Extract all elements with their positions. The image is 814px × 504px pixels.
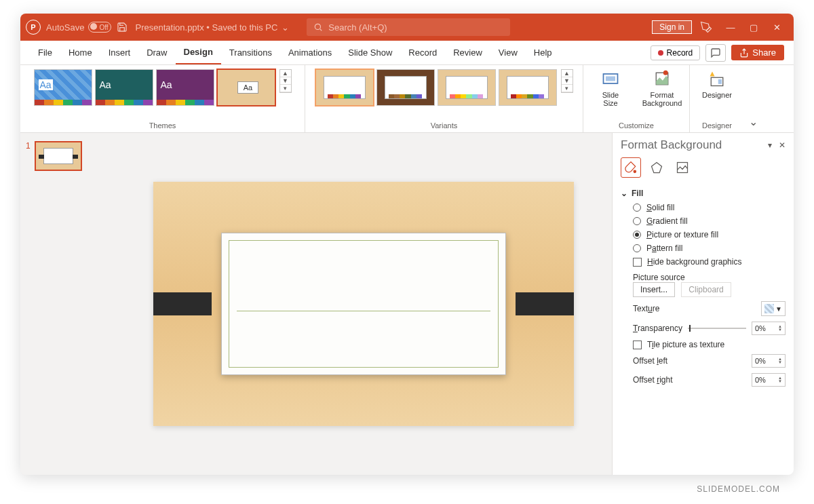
powerpoint-icon: P: [26, 20, 41, 35]
format-background-panel: Format Background ▾ ✕ ⌄Fill Solid fill G…: [612, 133, 794, 475]
variant-thumb-3[interactable]: [438, 69, 496, 106]
slide-canvas[interactable]: [115, 133, 612, 475]
radio-gradient-fill[interactable]: Gradient fill: [621, 214, 786, 228]
tab-insert[interactable]: Insert: [100, 41, 139, 64]
radio-solid-fill[interactable]: Solid fill: [621, 201, 786, 214]
transparency-label: Transparency: [633, 324, 682, 333]
format-background-icon: [653, 69, 672, 88]
fill-section-toggle[interactable]: ⌄Fill: [621, 186, 786, 201]
comments-button[interactable]: [705, 44, 726, 62]
panel-title: Format Background: [621, 138, 722, 152]
search-input[interactable]: Search (Alt+Q): [307, 18, 510, 36]
tab-view[interactable]: View: [490, 41, 526, 64]
ribbon-tabs: File Home Insert Draw Design Transitions…: [20, 41, 794, 65]
scroll-down-icon[interactable]: ▼: [562, 77, 573, 85]
chevron-down-icon: ⌄: [621, 189, 627, 198]
transparency-slider[interactable]: [688, 328, 746, 329]
designer-button[interactable]: Designer: [693, 69, 741, 99]
panel-close-button[interactable]: ✕: [779, 140, 786, 150]
variants-group-label: Variants: [431, 121, 458, 131]
tab-record[interactable]: Record: [400, 41, 445, 64]
chevron-down-icon[interactable]: ⌄: [282, 22, 289, 33]
record-dot-icon: [658, 50, 663, 56]
tab-review[interactable]: Review: [445, 41, 490, 64]
variant-thumb-4[interactable]: [499, 69, 557, 106]
scroll-up-icon[interactable]: ▲: [280, 70, 291, 77]
pen-icon[interactable]: [700, 21, 712, 33]
slide-thumbnail[interactable]: [35, 141, 82, 171]
slide-size-icon: [601, 69, 620, 88]
watermark: SLIDEMODEL.COM: [14, 484, 780, 494]
slide[interactable]: [153, 182, 574, 426]
tab-draw[interactable]: Draw: [138, 41, 175, 64]
theme-thumb-1[interactable]: Aa: [34, 69, 92, 106]
svg-marker-10: [652, 163, 662, 173]
ribbon-group-customize: Slide Size Format Background Customize: [583, 65, 690, 132]
pentagon-icon: [650, 161, 663, 174]
slide-decor-left: [153, 292, 212, 315]
panel-tab-fill[interactable]: [621, 157, 641, 178]
scroll-up-icon[interactable]: ▲: [562, 70, 573, 77]
title-bar: P AutoSave Off Presentation.pptx • Saved…: [20, 14, 794, 41]
slide-thumbnail-pane[interactable]: 1: [20, 133, 115, 475]
themes-gallery-nav[interactable]: ▲▼▾: [279, 69, 292, 93]
expand-icon[interactable]: ▾: [280, 85, 291, 92]
tab-animations[interactable]: Animations: [280, 41, 340, 64]
minimize-button[interactable]: —: [719, 17, 742, 37]
transparency-value[interactable]: 0%▲▼: [752, 322, 786, 335]
checkbox-tile[interactable]: Tile picture as texture: [621, 338, 786, 351]
panel-tab-picture[interactable]: [672, 157, 693, 178]
autosave-state: Off: [99, 24, 108, 31]
theme-thumb-4[interactable]: Aa: [217, 69, 275, 106]
svg-rect-8: [718, 79, 722, 84]
panel-tab-effects[interactable]: [646, 157, 667, 178]
share-icon: [739, 48, 749, 58]
autosave-toggle[interactable]: AutoSave Off: [46, 22, 109, 33]
radio-picture-fill[interactable]: Picture or texture fill: [621, 228, 786, 241]
record-button[interactable]: Record: [651, 45, 701, 60]
expand-icon[interactable]: ▾: [562, 85, 573, 92]
texture-label: Texture: [633, 304, 659, 313]
offset-left-label: Offset left: [633, 356, 667, 366]
checkbox-hide-bg[interactable]: Hide background graphics: [621, 255, 786, 269]
offset-left-value[interactable]: 0%▲▼: [752, 354, 786, 368]
ribbon-group-designer: Designer Designer: [690, 65, 744, 132]
format-background-button[interactable]: Format Background: [638, 69, 686, 107]
tab-transitions[interactable]: Transitions: [221, 41, 280, 64]
texture-dropdown[interactable]: ▼: [761, 301, 786, 316]
scroll-down-icon[interactable]: ▼: [280, 77, 291, 85]
tab-design[interactable]: Design: [176, 41, 221, 64]
offset-right-label: Offset right: [633, 375, 673, 385]
slide-thumb-1[interactable]: 1: [26, 141, 110, 171]
save-icon[interactable]: [117, 22, 128, 33]
share-button[interactable]: Share: [731, 45, 784, 60]
insert-picture-button[interactable]: Insert...: [633, 282, 675, 297]
sign-in-button[interactable]: Sign in: [652, 20, 692, 34]
tab-home[interactable]: Home: [60, 41, 100, 64]
autosave-label: AutoSave: [46, 22, 84, 33]
customize-group-label: Customize: [619, 121, 654, 131]
variant-thumb-2[interactable]: [376, 69, 435, 106]
slide-title-card[interactable]: [221, 233, 506, 375]
comment-icon: [710, 47, 721, 58]
svg-point-6: [663, 71, 668, 75]
clipboard-button: Clipboard: [681, 282, 731, 297]
close-button[interactable]: ✕: [765, 17, 788, 37]
offset-right-value[interactable]: 0%▲▼: [752, 373, 786, 387]
radio-pattern-fill[interactable]: Pattern fill: [621, 241, 786, 255]
svg-line-1: [320, 29, 322, 31]
panel-options-icon[interactable]: ▾: [768, 140, 772, 150]
theme-thumb-3[interactable]: Aa: [156, 69, 214, 106]
slide-size-button[interactable]: Slide Size: [586, 69, 635, 107]
designer-group-label: Designer: [702, 121, 732, 131]
svg-point-0: [315, 24, 321, 29]
maximize-button[interactable]: ▢: [742, 17, 765, 37]
tab-file[interactable]: File: [30, 41, 60, 64]
collapse-ribbon-button[interactable]: ⌄: [744, 65, 762, 132]
tab-slideshow[interactable]: Slide Show: [340, 41, 400, 64]
variants-gallery-nav[interactable]: ▲▼▾: [561, 69, 573, 93]
work-area: 1 Format Background ▾ ✕: [20, 133, 794, 475]
tab-help[interactable]: Help: [526, 41, 560, 64]
variant-thumb-1[interactable]: [315, 69, 374, 106]
theme-thumb-2[interactable]: Aa: [95, 69, 153, 106]
